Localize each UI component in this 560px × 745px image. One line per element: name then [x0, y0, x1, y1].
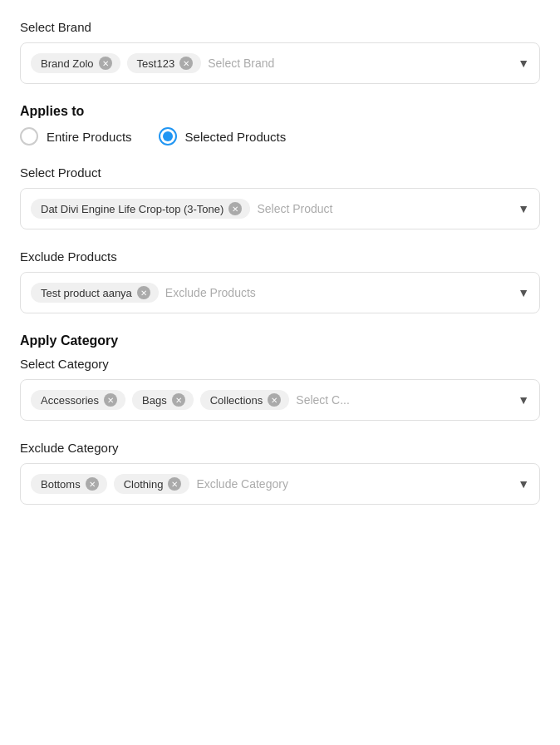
- remove-test123-button[interactable]: ✕: [179, 57, 193, 70]
- select-category-subsection: Select Category Accessories ✕ Bags ✕ Col…: [20, 357, 540, 421]
- exclude-products-arrow-icon: ▼: [518, 286, 529, 299]
- entire-products-radio[interactable]: [20, 127, 38, 146]
- exclude-products-label: Exclude Products: [20, 249, 540, 264]
- tag-bags: Bags ✕: [132, 390, 194, 410]
- entire-products-option[interactable]: Entire Products: [20, 127, 132, 146]
- apply-category-section: Apply Category Select Category Accessori…: [20, 333, 540, 505]
- remove-dat-divi-button[interactable]: ✕: [228, 202, 242, 215]
- remove-collections-button[interactable]: ✕: [268, 393, 281, 407]
- exclude-products-placeholder: Exclude Products: [165, 286, 511, 299]
- select-brand-placeholder: Select Brand: [208, 57, 511, 70]
- select-category-placeholder: Select C...: [296, 393, 511, 407]
- apply-category-label: Apply Category: [20, 333, 540, 348]
- tag-test-aanya: Test product aanya ✕: [31, 283, 159, 303]
- remove-accessories-button[interactable]: ✕: [104, 393, 117, 407]
- select-brand-arrow-icon: ▼: [518, 57, 529, 70]
- applies-to-section: Applies to Entire Products Selected Prod…: [20, 104, 540, 146]
- exclude-products-dropdown[interactable]: Test product aanya ✕ Exclude Products ▼: [20, 272, 540, 313]
- remove-brand-zolo-button[interactable]: ✕: [99, 57, 112, 70]
- select-product-dropdown[interactable]: Dat Divi Engine Life Crop-top (3-Tone) ✕…: [20, 188, 540, 229]
- tag-clothing: Clothing ✕: [114, 474, 190, 494]
- selected-products-radio[interactable]: [159, 127, 177, 146]
- applies-to-label: Applies to: [20, 104, 540, 119]
- tag-collections: Collections ✕: [200, 390, 290, 410]
- exclude-products-section: Exclude Products Test product aanya ✕ Ex…: [20, 249, 540, 313]
- select-brand-section: Select Brand Brand Zolo ✕ Test123 ✕ Sele…: [20, 20, 540, 84]
- remove-test-aanya-button[interactable]: ✕: [137, 286, 150, 299]
- remove-bottoms-button[interactable]: ✕: [86, 477, 99, 491]
- remove-bags-button[interactable]: ✕: [172, 393, 185, 407]
- select-product-placeholder: Select Product: [257, 202, 511, 215]
- select-brand-dropdown[interactable]: Brand Zolo ✕ Test123 ✕ Select Brand ▼: [20, 42, 540, 84]
- tag-accessories: Accessories ✕: [31, 390, 125, 410]
- select-category-arrow-icon: ▼: [518, 393, 529, 407]
- tag-bottoms: Bottoms ✕: [31, 474, 107, 494]
- select-category-label: Select Category: [20, 357, 540, 371]
- selected-products-option[interactable]: Selected Products: [159, 127, 287, 146]
- select-product-label: Select Product: [20, 165, 540, 180]
- applies-to-radio-group: Entire Products Selected Products: [20, 127, 540, 146]
- exclude-category-label: Exclude Category: [20, 441, 540, 455]
- tag-dat-divi: Dat Divi Engine Life Crop-top (3-Tone) ✕: [31, 199, 250, 219]
- exclude-category-dropdown[interactable]: Bottoms ✕ Clothing ✕ Exclude Category ▼: [20, 463, 540, 505]
- remove-clothing-button[interactable]: ✕: [168, 477, 181, 491]
- select-brand-label: Select Brand: [20, 20, 540, 34]
- select-product-arrow-icon: ▼: [518, 202, 529, 215]
- exclude-category-placeholder: Exclude Category: [196, 477, 511, 491]
- select-category-dropdown[interactable]: Accessories ✕ Bags ✕ Collections ✕ Selec…: [20, 379, 540, 421]
- tag-test123: Test123 ✕: [127, 53, 202, 73]
- select-product-section: Select Product Dat Divi Engine Life Crop…: [20, 165, 540, 229]
- exclude-category-subsection: Exclude Category Bottoms ✕ Clothing ✕ Ex…: [20, 441, 540, 505]
- exclude-category-arrow-icon: ▼: [518, 477, 529, 491]
- tag-brand-zolo: Brand Zolo ✕: [31, 53, 120, 73]
